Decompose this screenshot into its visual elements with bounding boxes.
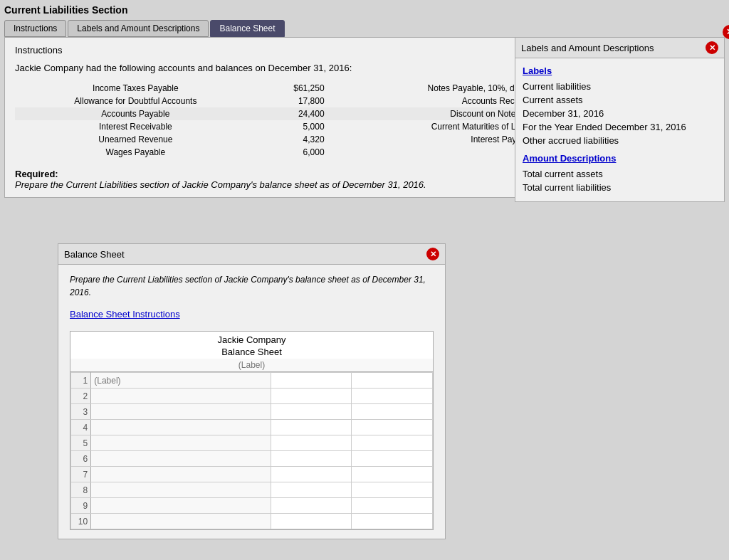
amount-cell-1[interactable] [271,482,352,498]
balance-sheet-panel-title: Balance Sheet [64,249,125,260]
balance-sheet-panel: Balance Sheet ✕ Prepare the Current Liab… [58,243,446,539]
amount-cell-2[interactable] [352,451,433,467]
row-label-cell[interactable] [91,404,271,420]
tab-instructions[interactable]: Instructions [4,20,66,37]
amount-cell-1[interactable] [271,435,352,451]
labels-section-title[interactable]: Labels [523,65,717,76]
row-number: 4 [71,420,91,435]
account-name: Income Taxes Payable [15,82,256,95]
list-item[interactable]: December 31, 2016 [523,107,717,120]
row-label-cell[interactable] [91,373,271,389]
row-number: 7 [71,467,91,482]
table-row: 1 [71,373,433,389]
account-amount: 5,000 [256,120,329,133]
account-amount: $61,250 [256,82,329,95]
page-wrapper: Current Liabilities Section Instructions… [0,0,729,560]
row-label-cell[interactable] [91,467,271,482]
list-item[interactable]: Total current liabilities [523,181,717,194]
amount-cell-2[interactable] [352,435,433,451]
required-label: Required: [15,169,58,179]
labels-panel: ✕ Labels and Amount Descriptions ✕ Label… [515,37,725,202]
account-amount: 24,400 [256,107,329,120]
amount-cell-1[interactable] [271,420,352,435]
amount-cell-2[interactable] [352,389,433,404]
table-row: 4 [71,420,433,435]
list-item[interactable]: Other accrued liabilities [523,134,717,147]
amount-cell-1[interactable] [271,404,352,420]
labels-panel-title: Labels and Amount Descriptions [521,43,654,53]
row-number: 8 [71,482,91,498]
amount-cell-1[interactable] [271,451,352,467]
row-number: 6 [71,451,91,467]
account-name: Wages Payable [15,146,256,159]
row-number: 10 [71,514,91,529]
table-row: 2 [71,389,433,404]
table-row: 6 [71,451,433,467]
list-item[interactable]: For the Year Ended December 31, 2016 [523,120,717,134]
list-item[interactable]: Current assets [523,93,717,107]
row-number: 3 [71,404,91,420]
account-name: Accounts Payable [15,107,256,120]
account-amount: 6,000 [256,146,329,159]
amount-cell-1[interactable] [271,514,352,529]
amount-cell-2[interactable] [352,482,433,498]
main-area: Instructions Jackie Company had the foll… [4,37,725,198]
bs-instructions-text: Prepare the Current Liabilities section … [70,273,434,299]
tab-balance-sheet[interactable]: Balance Sheet [210,20,284,37]
row-label-cell[interactable] [91,389,271,404]
amounts-section-title[interactable]: Amount Descriptions [523,153,717,164]
amount-cell-2[interactable] [352,498,433,514]
account-name: Unearned Revenue [15,133,256,146]
labels-panel-header: Labels and Amount Descriptions ✕ [515,38,724,58]
row-label-cell[interactable] [91,451,271,467]
table-row: 3 [71,404,433,420]
table-row: 7 [71,467,433,482]
row-label-cell[interactable] [91,420,271,435]
balance-sheet-body: Prepare the Current Liabilities section … [58,265,445,539]
amount-cell-2[interactable] [352,404,433,420]
amount-cell-1[interactable] [271,373,352,389]
table-row: 5 [71,435,433,451]
bs-label-input[interactable] [70,359,433,372]
bs-data-table: 1 2 [70,372,433,529]
tab-bar: Instructions Labels and Amount Descripti… [4,20,725,37]
row-number: 5 [71,435,91,451]
table-row: 9 [71,498,433,514]
bs-instructions-link[interactable]: Balance Sheet Instructions [70,309,434,319]
list-item[interactable]: Current liabilities [523,80,717,93]
labels-panel-body: Labels Current liabilities Current asset… [515,58,724,201]
amount-cell-1[interactable] [271,467,352,482]
row-number: 1 [71,373,91,389]
page-title: Current Liabilities Section [4,4,725,16]
account-amount: 4,320 [256,133,329,146]
amount-cell-2[interactable] [352,420,433,435]
amount-cell-2[interactable] [352,467,433,482]
amount-cell-2[interactable] [352,373,433,389]
balance-sheet-header: Balance Sheet ✕ [58,244,445,265]
bs-table-wrapper: Jackie Company Balance Sheet 1 [70,331,434,530]
table-row: 8 [71,482,433,498]
row-label-cell[interactable] [91,514,271,529]
row-label-cell[interactable] [91,498,271,514]
row-label-cell[interactable] [91,482,271,498]
labels-panel-close-button[interactable]: ✕ [706,41,718,54]
tab-labels[interactable]: Labels and Amount Descriptions [68,20,209,37]
row-label-cell[interactable] [91,435,271,451]
required-text: Prepare the Current Liabilities section … [15,179,426,190]
bs-sheet-title: Balance Sheet [70,347,433,359]
account-amount: 17,800 [256,95,329,107]
balance-sheet-close-button[interactable]: ✕ [426,248,439,260]
row-number: 9 [71,498,91,514]
outer-close-button[interactable]: ✕ [723,25,729,39]
list-item[interactable]: Total current assets [523,167,717,181]
bs-company-name: Jackie Company [70,332,433,347]
account-name: Allowance for Doubtful Accounts [15,95,256,107]
table-row: 10 [71,514,433,529]
account-name: Interest Receivable [15,120,256,133]
row-label-input[interactable] [94,376,268,386]
amount-cell-2[interactable] [352,514,433,529]
amount-cell-1[interactable] [271,498,352,514]
row-number: 2 [71,389,91,404]
amount-cell-1[interactable] [271,389,352,404]
